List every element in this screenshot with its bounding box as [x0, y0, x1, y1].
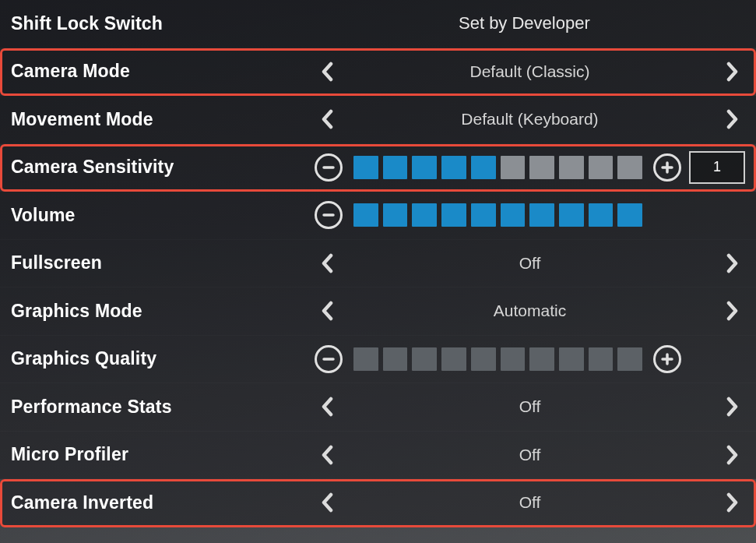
chevron-left-icon[interactable]	[315, 58, 341, 85]
segment	[471, 203, 496, 227]
label-camera-mode: Camera Mode	[11, 61, 315, 82]
segment	[501, 347, 526, 371]
row-micro-profiler: Micro Profiler Off	[0, 432, 756, 480]
segment	[412, 203, 437, 227]
segment	[501, 203, 526, 227]
segment	[471, 347, 496, 371]
label-graphics-quality: Graphics Quality	[11, 348, 315, 369]
label-micro-profiler: Micro Profiler	[11, 444, 315, 465]
chevron-right-icon[interactable]	[719, 489, 745, 516]
plus-icon[interactable]	[653, 345, 681, 373]
segment	[383, 347, 408, 371]
segment	[617, 203, 642, 227]
graphics-quality-bar[interactable]	[350, 347, 645, 371]
chevron-right-icon[interactable]	[719, 106, 745, 132]
segment	[529, 203, 554, 227]
segment	[441, 156, 466, 179]
segment	[589, 203, 614, 227]
value-performance-stats: Off	[341, 397, 719, 416]
chevron-left-icon[interactable]	[315, 298, 341, 324]
minus-icon[interactable]	[315, 201, 343, 229]
segment	[412, 347, 437, 371]
segment	[353, 347, 378, 371]
segment	[559, 347, 584, 371]
segment	[383, 156, 408, 179]
segment	[441, 347, 466, 371]
row-camera-mode: Camera Mode Default (Classic)	[0, 48, 756, 97]
label-camera-inverted: Camera Inverted	[11, 492, 315, 513]
segment	[441, 203, 466, 227]
chevron-left-icon[interactable]	[315, 489, 341, 516]
label-fullscreen: Fullscreen	[11, 252, 315, 273]
label-performance-stats: Performance Stats	[11, 397, 315, 418]
value-camera-inverted: Off	[341, 493, 719, 512]
label-camera-sensitivity: Camera Sensitivity	[11, 157, 315, 178]
value-graphics-mode: Automatic	[341, 301, 719, 320]
segment	[383, 203, 408, 227]
value-movement-mode: Default (Keyboard)	[341, 110, 719, 129]
settings-panel: Shift Lock Switch Set by Developer Camer…	[0, 0, 756, 527]
volume-bar[interactable]	[350, 203, 645, 227]
segment	[589, 156, 614, 179]
segment	[559, 203, 584, 227]
chevron-left-icon[interactable]	[315, 106, 341, 132]
row-graphics-mode: Graphics Mode Automatic	[0, 287, 756, 336]
chevron-right-icon[interactable]	[719, 250, 745, 277]
row-shift-lock: Shift Lock Switch Set by Developer	[0, 0, 756, 48]
minus-icon[interactable]	[315, 345, 343, 373]
sensitivity-input[interactable]	[689, 151, 745, 184]
row-movement-mode: Movement Mode Default (Keyboard)	[0, 96, 756, 144]
chevron-left-icon[interactable]	[315, 442, 341, 468]
row-performance-stats: Performance Stats Off	[0, 383, 756, 432]
segment	[501, 156, 526, 179]
value-micro-profiler: Off	[341, 446, 719, 464]
segment	[529, 347, 554, 371]
plus-icon[interactable]	[653, 153, 681, 182]
label-movement-mode: Movement Mode	[11, 109, 315, 130]
row-camera-sensitivity: Camera Sensitivity	[0, 144, 756, 192]
label-volume: Volume	[11, 205, 315, 226]
chevron-right-icon[interactable]	[719, 58, 745, 85]
row-volume: Volume	[0, 192, 756, 240]
segment	[353, 156, 378, 179]
label-shift-lock: Shift Lock Switch	[11, 13, 315, 34]
sensitivity-bar[interactable]	[350, 156, 645, 179]
segment	[617, 347, 642, 371]
segment	[617, 156, 642, 179]
segment	[353, 203, 378, 227]
chevron-right-icon[interactable]	[719, 442, 745, 468]
row-camera-inverted: Camera Inverted Off	[0, 479, 756, 527]
segment	[412, 156, 437, 179]
row-fullscreen: Fullscreen Off	[0, 240, 756, 288]
row-graphics-quality: Graphics Quality	[0, 336, 756, 384]
minus-icon[interactable]	[315, 153, 343, 182]
segment	[559, 156, 584, 179]
chevron-right-icon[interactable]	[719, 393, 745, 420]
chevron-left-icon[interactable]	[315, 250, 341, 277]
segment	[529, 156, 554, 179]
value-camera-mode: Default (Classic)	[341, 62, 719, 81]
segment	[471, 156, 496, 179]
chevron-right-icon[interactable]	[719, 298, 745, 324]
segment	[589, 347, 614, 371]
chevron-left-icon[interactable]	[315, 393, 341, 420]
value-fullscreen: Off	[341, 254, 719, 273]
label-graphics-mode: Graphics Mode	[11, 301, 315, 322]
value-shift-lock: Set by Developer	[315, 13, 745, 33]
